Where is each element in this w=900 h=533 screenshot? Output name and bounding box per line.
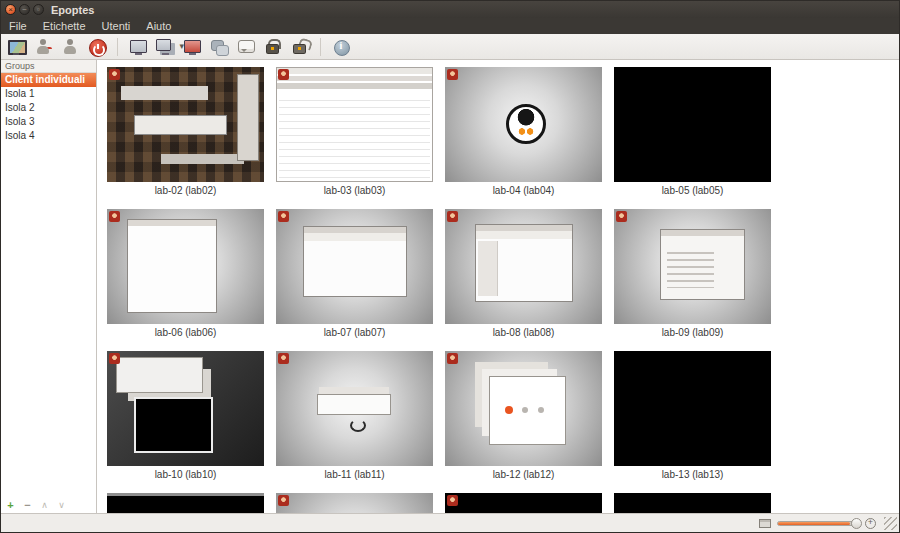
reboot-icon[interactable] <box>59 36 81 58</box>
client-label: lab-11 (lab11) <box>276 469 433 483</box>
client-user-icon <box>616 211 627 222</box>
toolbar: ▾ <box>1 34 899 60</box>
toolbar-separator <box>117 38 118 56</box>
client-label: lab-02 (lab02) <box>107 185 264 199</box>
client-label: lab-05 (lab05) <box>614 185 771 199</box>
client-screen <box>445 351 602 466</box>
client-grid: lab-02 (lab02) lab-03 (lab03) lab-04 (la… <box>107 67 899 513</box>
client-thumbnail[interactable]: lab-11 (lab11) <box>276 351 433 483</box>
execute-command-icon[interactable] <box>208 36 230 58</box>
client-thumbnail[interactable]: lab-09 (lab09) <box>614 209 771 341</box>
client-thumbnail[interactable]: lab-10 (lab10) <box>107 351 264 483</box>
client-label: lab-03 (lab03) <box>276 185 433 199</box>
zoom-slider[interactable] <box>777 521 861 526</box>
maximize-button[interactable]: ▫ <box>33 4 44 15</box>
client-user-icon <box>278 495 289 506</box>
client-screen <box>276 67 433 182</box>
client-thumbnail[interactable] <box>445 493 602 513</box>
move-group-down-button[interactable]: ∨ <box>54 499 69 513</box>
client-label: lab-09 (lab09) <box>614 327 771 341</box>
client-screen <box>445 209 602 324</box>
client-user-icon <box>447 495 458 506</box>
shutdown-icon[interactable] <box>86 36 108 58</box>
client-label: lab-07 (lab07) <box>276 327 433 341</box>
sidebar-item-client-individuali[interactable]: Client individuali <box>1 73 96 87</box>
client-screen <box>445 493 602 513</box>
client-thumbnail[interactable]: lab-02 (lab02) <box>107 67 264 199</box>
client-thumbnail[interactable] <box>107 493 264 513</box>
client-user-icon <box>109 353 120 364</box>
menu-labels[interactable]: Etichette <box>35 19 94 33</box>
send-message-icon[interactable] <box>235 36 257 58</box>
client-thumbnail[interactable] <box>276 493 433 513</box>
client-user-icon <box>109 211 120 222</box>
client-screen <box>107 67 264 182</box>
client-label: lab-04 (lab04) <box>445 185 602 199</box>
menu-users[interactable]: Utenti <box>94 19 139 33</box>
statusbar <box>1 513 899 532</box>
menu-help[interactable]: Aiuto <box>138 19 179 33</box>
zoom-in-icon[interactable] <box>865 518 876 529</box>
client-label: lab-12 (lab12) <box>445 469 602 483</box>
client-thumbnail[interactable]: lab-04 (lab04) <box>445 67 602 199</box>
client-thumbnail[interactable]: lab-12 (lab12) <box>445 351 602 483</box>
add-group-button[interactable]: + <box>3 499 18 513</box>
epoptes-window: × − ▫ Epoptes File Etichette Utenti Aiut… <box>0 0 900 533</box>
menu-file[interactable]: File <box>1 19 35 33</box>
client-screen <box>614 493 771 513</box>
toolbar-separator <box>320 38 321 56</box>
thumbnail-size-icon <box>759 519 771 528</box>
sidebar-item-isola-4[interactable]: Isola 4 <box>1 129 96 143</box>
client-screen <box>107 493 264 513</box>
client-screen <box>107 351 264 466</box>
client-user-icon <box>447 211 458 222</box>
stop-broadcasts-icon[interactable] <box>181 36 203 58</box>
information-icon[interactable] <box>330 36 352 58</box>
menubar: File Etichette Utenti Aiuto <box>1 18 899 34</box>
broadcast-screen-icon[interactable] <box>127 36 149 58</box>
client-label: lab-08 (lab08) <box>445 327 602 341</box>
client-user-icon <box>278 69 289 80</box>
lock-screen-icon[interactable] <box>262 36 284 58</box>
close-button[interactable]: × <box>5 4 16 15</box>
window-title: Epoptes <box>51 4 94 16</box>
client-thumbnail[interactable]: lab-05 (lab05) <box>614 67 771 199</box>
client-user-icon <box>109 69 120 80</box>
client-thumbnail[interactable] <box>614 493 771 513</box>
minimize-button[interactable]: − <box>19 4 30 15</box>
sidebar-item-isola-2[interactable]: Isola 2 <box>1 101 96 115</box>
move-group-up-button[interactable]: ∧ <box>37 499 52 513</box>
unlock-screen-icon[interactable] <box>289 36 311 58</box>
client-screen <box>276 209 433 324</box>
client-thumbnail[interactable]: lab-03 (lab03) <box>276 67 433 199</box>
client-thumbnail[interactable]: lab-08 (lab08) <box>445 209 602 341</box>
client-label: lab-10 (lab10) <box>107 469 264 483</box>
groups-header: Groups <box>1 60 96 73</box>
client-thumbnail[interactable]: lab-06 (lab06) <box>107 209 264 341</box>
broadcast-menu-icon[interactable]: ▾ <box>154 36 176 58</box>
client-screen <box>107 209 264 324</box>
zoom-slider-fill <box>778 522 850 525</box>
client-screen <box>276 493 433 513</box>
clients-view: lab-02 (lab02) lab-03 (lab03) lab-04 (la… <box>98 60 899 513</box>
client-screen <box>276 351 433 466</box>
client-thumbnail[interactable]: lab-07 (lab07) <box>276 209 433 341</box>
client-thumbnail[interactable]: lab-13 (lab13) <box>614 351 771 483</box>
client-user-icon <box>278 353 289 364</box>
client-screen <box>445 67 602 182</box>
client-user-icon <box>447 353 458 364</box>
group-actions: + − ∧ ∨ <box>1 498 69 513</box>
client-screen <box>614 67 771 182</box>
sidebar-item-isola-3[interactable]: Isola 3 <box>1 115 96 129</box>
sidebar-item-isola-1[interactable]: Isola 1 <box>1 87 96 101</box>
log-out-icon[interactable] <box>32 36 54 58</box>
client-user-icon <box>447 69 458 80</box>
client-user-icon <box>278 211 289 222</box>
zoom-slider-handle[interactable] <box>851 518 862 529</box>
client-screen <box>614 209 771 324</box>
boot-clients-icon[interactable] <box>5 36 27 58</box>
titlebar[interactable]: × − ▫ Epoptes <box>1 1 899 18</box>
remove-group-button[interactable]: − <box>20 499 35 513</box>
resize-grip[interactable] <box>884 517 897 530</box>
client-screen <box>614 351 771 466</box>
